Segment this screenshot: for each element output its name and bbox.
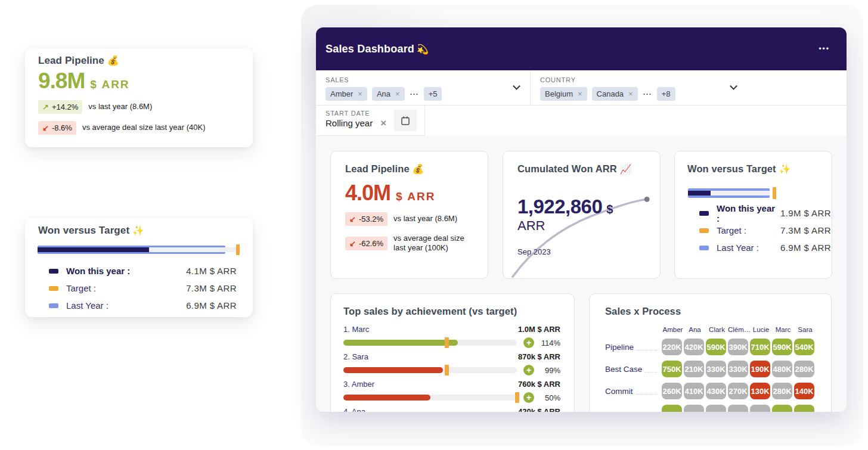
filter-chip[interactable]: Amber×	[326, 87, 367, 101]
salesperson-arr-value: 420k $ ARR	[518, 407, 560, 412]
top-sales-bar-line: +99%	[343, 365, 560, 375]
sparkles-icon: ✨	[779, 164, 790, 174]
matrix-cell	[794, 405, 814, 412]
legend-swatch	[49, 286, 58, 291]
top-sales-labels: 4. Ana420k $ ARR	[343, 407, 560, 412]
matrix-row-label: Pipeline	[605, 343, 634, 352]
chart-legend: Won this year :4.1M $ ARRTarget :7.3M $ …	[38, 262, 240, 314]
expand-plus-button[interactable]: +	[523, 392, 534, 403]
kpi-value: 1,922,860	[517, 195, 602, 218]
matrix-cell: 270K	[728, 383, 748, 399]
salesperson-name: 1. Marc	[343, 325, 369, 334]
card-title-text: Lead Pipeline	[345, 163, 410, 174]
card-title-text: Top sales by achievement (vs target)	[343, 306, 517, 316]
matrix-cell	[684, 405, 704, 412]
matrix-row-labelbox: Commit	[605, 387, 662, 396]
metric-comparison-row: ↙-8.6%vs average deal size last year (40…	[38, 121, 240, 135]
legend-row: Won this year :4.1M $ ARR	[38, 262, 240, 280]
matrix-rows: Pipeline220K420K590K390K710K590K540KBest…	[605, 339, 831, 412]
chip-label: Belgium	[545, 89, 573, 98]
filter-bar: SALES Amber×Ana×⋯+5 COUNTRY Belgium×Cana…	[316, 70, 847, 136]
card-title: Sales x Process	[605, 306, 831, 317]
matrix-cell: 590K	[706, 339, 726, 355]
target-marker	[445, 365, 449, 375]
trend-down-arrow-icon: ↙	[349, 215, 356, 224]
target-marker	[515, 392, 519, 403]
achievement-percent: 99%	[534, 366, 560, 375]
matrix-cell: 750K	[662, 361, 682, 377]
change-badge: ↗+14.2%	[38, 100, 82, 114]
chip-label: Amber	[330, 89, 353, 98]
chip-remove-icon[interactable]: ×	[578, 90, 582, 98]
filter-chip[interactable]: Canada×	[592, 87, 638, 101]
matrix-cell	[772, 405, 792, 412]
chips-overflow-count[interactable]: +5	[424, 87, 442, 101]
filter-chips: Belgium×Canada×⋯+8	[540, 87, 847, 101]
matrix-cell: 330K	[706, 361, 726, 377]
matrix-cell: 330K	[728, 361, 748, 377]
dashboard-title-text: Sales Dashboard	[326, 43, 414, 55]
bullet-target-marker	[773, 187, 776, 199]
matrix-cell	[750, 405, 770, 412]
legend-value: 4.1M $ ARR	[186, 266, 237, 276]
filter-chip[interactable]: Belgium×	[540, 87, 587, 101]
chart-legend: Won this year :1.9M $ ARRTarget :7.3M $ …	[675, 204, 832, 256]
kpi-period: Sep 2023	[517, 247, 551, 256]
calendar-button[interactable]	[394, 110, 417, 131]
more-options-icon[interactable]: •••	[819, 45, 830, 53]
card-won-vs-target: Won versus Target ✨ Won this year :1.9M …	[674, 151, 832, 279]
metric-comparison-row: ↙-62.6%vs average deal size last year (1…	[345, 234, 473, 253]
change-percent: -62.6%	[359, 239, 383, 248]
filter-start-date[interactable]: START DATE Rolling year ×	[316, 105, 425, 136]
chip-remove-icon[interactable]: ×	[358, 90, 362, 98]
matrix-cell	[706, 405, 726, 412]
achievement-bar-track	[343, 340, 517, 346]
chip-remove-icon[interactable]: ×	[395, 90, 400, 98]
card-title: Lead Pipeline 💰	[345, 163, 473, 175]
comparison-text: vs average deal size last year (100K)	[393, 234, 473, 253]
comparison-text: vs last year (8.6M)	[88, 102, 152, 111]
matrix-cell: 190K	[750, 361, 770, 377]
filter-country[interactable]: COUNTRY Belgium×Canada×⋯+8	[531, 70, 847, 105]
clear-date-icon[interactable]: ×	[380, 118, 386, 128]
sparkline-endpoint-dot	[644, 197, 650, 202]
filter-chip[interactable]: Ana×	[372, 87, 405, 101]
bullet-target-marker	[236, 244, 240, 255]
kpi-metric: 9.8M$ ARR	[38, 70, 240, 93]
chip-label: Ana	[377, 89, 390, 98]
legend-value: 7.3M $ ARR	[186, 283, 237, 293]
filter-sales[interactable]: SALES Amber×Ana×⋯+5	[316, 70, 531, 105]
bullet-chart	[38, 244, 240, 255]
matrix-cell: 130K	[750, 383, 770, 399]
card-title: Won versus Target ✨	[38, 225, 240, 237]
matrix-cell: 260K	[662, 383, 682, 399]
achievement-bar	[343, 395, 430, 401]
money-bag-icon: 💰	[107, 55, 119, 66]
achievement-percent: 114%	[534, 339, 560, 347]
legend-value: 6.9M $ ARR	[780, 243, 831, 253]
card-title: Lead Pipeline 💰	[38, 55, 240, 67]
matrix-column-header: Sara	[794, 326, 816, 333]
achievement-percent: 50%	[534, 393, 560, 402]
matrix-cell: 410K	[684, 383, 704, 399]
matrix-cell: 220K	[662, 339, 682, 355]
legend-swatch	[699, 211, 709, 216]
expand-plus-button[interactable]: +	[523, 365, 534, 375]
top-sales-row: 1. Marc1.0M $ ARR+114%	[343, 325, 560, 348]
legend-label: Won this year :	[66, 266, 130, 276]
chip-remove-icon[interactable]: ×	[628, 90, 633, 98]
trend-down-arrow-icon: ↙	[42, 123, 49, 132]
change-percent: +14.2%	[52, 103, 78, 111]
dashboard-header: Sales Dashboard💫 •••	[316, 27, 847, 70]
matrix-cells: 220K420K590K390K710K590K540K	[662, 339, 814, 355]
change-percent: -8.6%	[52, 123, 72, 132]
chips-overflow-count[interactable]: +8	[657, 87, 675, 101]
change-badge: ↙-62.6%	[345, 237, 388, 250]
matrix-cell: 280K	[772, 383, 792, 399]
filter-chips: Amber×Ana×⋯+5	[326, 87, 530, 101]
matrix-column-header: Clark	[706, 326, 728, 333]
metric-comparison-row: ↙-53.2%vs last year (8.6M)	[345, 212, 473, 226]
card-won-vs-target-large: Won versus Target ✨ Won this year :4.1M …	[25, 218, 253, 317]
expand-plus-button[interactable]: +	[523, 337, 534, 348]
matrix-cell: 140K	[794, 383, 814, 399]
